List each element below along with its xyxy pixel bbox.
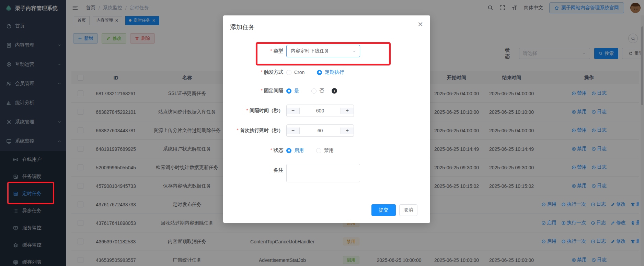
radio-option[interactable]: 否	[311, 88, 324, 94]
first-delay-label: 首次执行延时（秒）	[223, 128, 283, 134]
form-row-fixed-interval: 固定间隔 是否i	[223, 85, 430, 97]
radio-option-label: 定期执行	[325, 69, 344, 75]
radio-option[interactable]: Cron	[286, 70, 304, 75]
type-select-value: 内容定时下线任务	[291, 48, 329, 54]
radio-option-label: 禁用	[324, 147, 334, 154]
remark-textarea[interactable]	[286, 164, 360, 182]
trigger-label: 触发方式	[223, 69, 283, 75]
status-radio-group: 启用禁用	[286, 147, 346, 154]
decrease-button[interactable]: −	[287, 108, 300, 114]
form-row-interval: 间隔时间（秒） − 600 +	[223, 105, 430, 117]
type-select[interactable]: 内容定时下线任务	[286, 45, 360, 57]
radio-selected-icon[interactable]	[317, 70, 322, 75]
increase-button[interactable]: +	[341, 108, 354, 114]
form-row-type: 类型 内容定时下线任务	[223, 45, 430, 57]
radio-unselected-icon[interactable]	[316, 148, 321, 153]
type-label: 类型	[223, 48, 283, 54]
status-label: 状态	[223, 147, 283, 154]
cancel-button[interactable]: 取消	[399, 204, 417, 216]
interval-stepper: − 600 +	[286, 105, 354, 117]
interval-label: 间隔时间（秒）	[223, 108, 283, 114]
fixed-interval-label: 固定间隔	[223, 88, 283, 94]
trigger-radio-group: Cron定期执行	[286, 69, 356, 75]
add-task-modal: 添加任务 ✕ 类型 内容定时下线任务 触发方式 Cron定期执行 固定间隔 是否…	[223, 15, 430, 223]
radio-unselected-icon[interactable]	[311, 88, 317, 94]
fixed-interval-radio-group: 是否i	[286, 88, 337, 94]
radio-unselected-icon[interactable]	[286, 70, 291, 75]
submit-button[interactable]: 提交	[371, 204, 396, 216]
radio-option-label: 否	[319, 88, 324, 94]
app-root: 栗子内容管理系统 首页内容管理互动运营会员管理统计分析系统管理系统监控 在线用户…	[0, 0, 644, 266]
radio-selected-icon[interactable]	[286, 148, 291, 153]
close-icon[interactable]: ✕	[417, 21, 423, 28]
modal-title: 添加任务	[230, 23, 255, 31]
modal-footer: 提交 取消	[371, 204, 417, 216]
remark-label: 备注	[223, 164, 283, 176]
decrease-button[interactable]: −	[287, 128, 300, 134]
radio-option-label: 启用	[294, 147, 304, 154]
radio-option-label: Cron	[294, 70, 304, 75]
radio-selected-icon[interactable]	[286, 88, 291, 94]
form-row-trigger: 触发方式 Cron定期执行	[223, 66, 430, 78]
first-delay-value[interactable]: 60	[300, 128, 341, 133]
radio-option[interactable]: 是	[286, 88, 299, 94]
increase-button[interactable]: +	[341, 128, 354, 134]
interval-value[interactable]: 600	[300, 108, 341, 113]
first-delay-stepper: − 60 +	[286, 124, 354, 137]
radio-option[interactable]: 禁用	[316, 147, 334, 154]
info-icon[interactable]: i	[332, 88, 337, 94]
form-row-remark: 备注	[223, 164, 430, 182]
radio-option-label: 是	[294, 88, 299, 94]
form-row-first-delay: 首次执行延时（秒） − 60 +	[223, 124, 430, 137]
radio-option[interactable]: 启用	[286, 147, 304, 154]
radio-option[interactable]: 定期执行	[317, 69, 344, 75]
form-row-status: 状态 启用禁用	[223, 144, 430, 157]
chevron-down-icon	[352, 49, 356, 53]
